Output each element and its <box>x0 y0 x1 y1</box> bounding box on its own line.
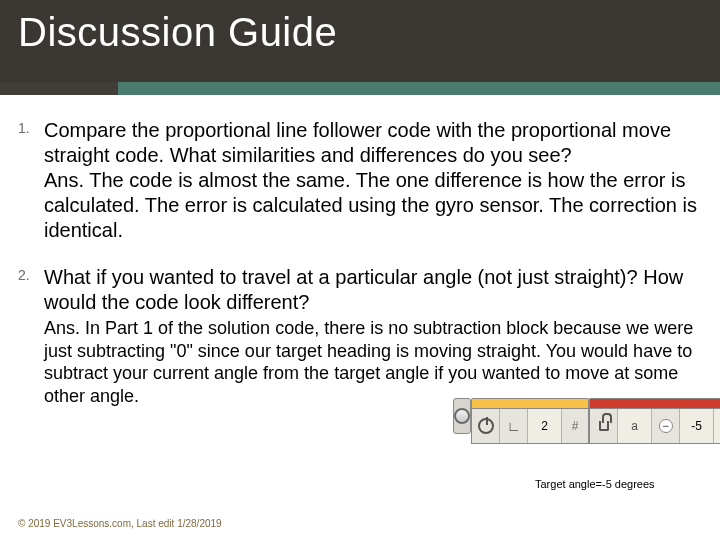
lock-icon <box>599 421 609 431</box>
discussion-list: Compare the proportional line follower c… <box>18 118 700 407</box>
gyro-icon <box>478 418 494 434</box>
question-1: Compare the proportional line follower c… <box>44 118 700 168</box>
last-edit-text: Last edit 1/28/2019 <box>137 518 222 529</box>
math-const-cell: -5 <box>680 409 714 443</box>
angle-mode-icon: ∟ <box>507 418 521 434</box>
play-icon <box>454 408 470 424</box>
start-block <box>453 398 471 434</box>
ev3-code-diagram: ∟ 2 # a − -5 b = <box>453 398 698 444</box>
math-a-cell: a <box>618 409 652 443</box>
answer-1: Ans. The code is almost the same. The on… <box>44 168 700 243</box>
slide-title: Discussion Guide <box>18 10 337 55</box>
question-2: What if you wanted to travel at a partic… <box>44 265 700 315</box>
content-area: Compare the proportional line follower c… <box>18 118 700 429</box>
gyro-sensor-block: ∟ 2 # <box>471 398 589 444</box>
stripe-right <box>118 82 720 95</box>
math-op-cell: − <box>652 409 680 443</box>
header-stripe <box>0 82 720 95</box>
stripe-left <box>0 82 118 95</box>
math-block: a − -5 b = <box>589 398 720 444</box>
answer-2: Ans. In Part 1 of the solution code, the… <box>44 317 700 407</box>
footer: © 2019 EV3Lessons.com, Last edit 1/28/20… <box>18 518 222 529</box>
copyright-text: © 2019 EV3Lessons.com <box>18 518 131 529</box>
discussion-item-1: Compare the proportional line follower c… <box>18 118 700 243</box>
diagram-caption: Target angle=-5 degrees <box>535 478 655 490</box>
gyro-output-cell: # <box>562 409 588 443</box>
input-a-label: a <box>631 419 638 433</box>
minus-icon: − <box>659 419 673 433</box>
gyro-value-cell: 2 <box>528 409 562 443</box>
gyro-tab <box>471 398 589 408</box>
math-lock-cell <box>590 409 618 443</box>
gyro-icon-cell <box>472 409 500 443</box>
discussion-item-2: What if you wanted to travel at a partic… <box>18 265 700 407</box>
gyro-mode-cell: ∟ <box>500 409 528 443</box>
hash-icon: # <box>572 419 579 433</box>
slide-header: Discussion Guide <box>0 0 720 95</box>
math-tab <box>589 398 720 408</box>
math-b-cell: b <box>714 409 720 443</box>
